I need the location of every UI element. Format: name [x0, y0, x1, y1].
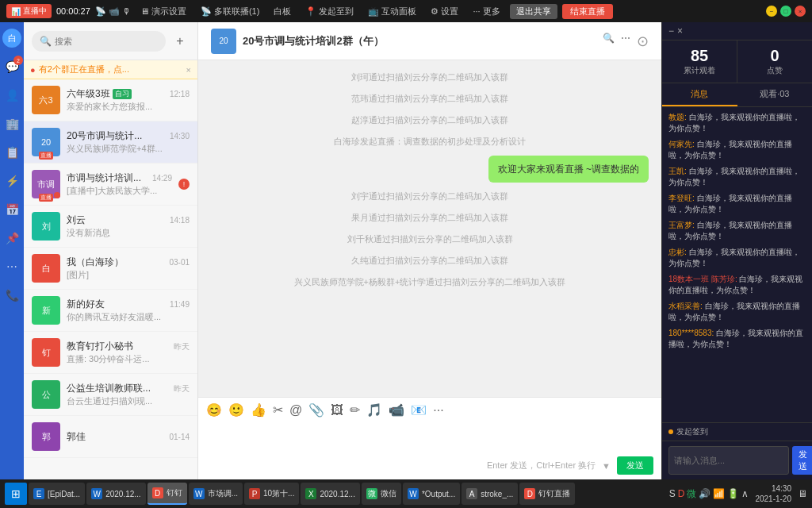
chat-item-1[interactable]: 20 直播 20号市调与统计... 14:30 兴义民族师范学院+4群... — [24, 121, 197, 164]
sidebar-icon-profile[interactable]: 白 — [2, 29, 21, 48]
search-input[interactable] — [55, 37, 158, 46]
live-panel-close[interactable]: × — [677, 25, 683, 37]
music-btn[interactable]: 🎵 — [366, 402, 382, 418]
live-notice-text: 有2个群正在直播，点... — [39, 64, 129, 75]
more-chat-btn[interactable]: ⋯ — [621, 33, 630, 50]
taskbar-item-4[interactable]: P 10第十... — [244, 483, 299, 505]
system-msg-2: 赵淳通过扫描刘云分享的二维码加入该群 — [211, 113, 649, 128]
cut-btn[interactable]: ✂ — [273, 402, 283, 418]
chat-item-2[interactable]: 市调 直播 市调与统计培训... 14:29 [直播中]大族民族大学... ! — [24, 164, 197, 206]
whiteboard-btn[interactable]: 白板 — [269, 4, 296, 19]
file-btn[interactable]: 📎 — [308, 402, 324, 418]
start-button[interactable]: ⊞ — [5, 483, 27, 505]
taskbar-item-6[interactable]: 微 微信 — [362, 483, 401, 505]
screen-settings-btn[interactable]: 🖥演示设置 — [136, 4, 191, 19]
taskbar-icon-9: D — [524, 488, 535, 499]
tray-icon-sound[interactable]: 🔊 — [699, 488, 710, 499]
timer-display: 00:00:27 — [56, 6, 90, 16]
more-btn[interactable]: ···更多 — [468, 4, 504, 19]
main-layout: 白 💬 2 👤 🏢 📋 ⚡ 📅 📌 ⋯ 📞 🔍 + ● 有2个群正在直播，点..… — [0, 22, 812, 479]
chat-preview-3: 没有新消息 — [67, 227, 190, 239]
publish-btn[interactable]: 📍发起至到 — [301, 4, 358, 19]
chat-name-3: 刘云 — [67, 214, 86, 227]
send-message-btn[interactable]: 发送 — [617, 456, 653, 475]
chat-item-0[interactable]: 六3 六年级3班 自习 12:18 亲爱的家长方您孩报... — [24, 79, 197, 121]
settings-btn[interactable]: ⚙设置 — [426, 4, 463, 19]
chat-item-3[interactable]: 刘 刘云 14:18 没有新消息 — [24, 206, 197, 248]
taskbar-item-0[interactable]: E [EpiDat... — [29, 483, 85, 505]
tray-icon-network[interactable]: 📶 — [713, 488, 725, 499]
live-tab-viewers[interactable]: 观看·03 — [737, 83, 813, 106]
sidebar-icon-message[interactable]: 💬 2 — [2, 57, 21, 76]
avatar-0: 六3 — [32, 86, 60, 114]
sidebar-icon-calendar[interactable]: 📅 — [2, 200, 21, 219]
add-chat-btn[interactable]: + — [170, 32, 190, 51]
sidebar-icon-work[interactable]: 📋 — [2, 143, 21, 162]
close-btn[interactable]: × — [795, 6, 806, 17]
sidebar-icon-apps[interactable]: ⚡ — [2, 171, 21, 190]
mail-btn[interactable]: 📧 — [411, 402, 427, 418]
taskbar-label-2: 钉钉 — [167, 487, 182, 498]
search-icon: 🔍 — [40, 36, 52, 47]
show-desktop-btn[interactable]: 🖥 — [798, 488, 807, 499]
live-tab-messages[interactable]: 消息 — [662, 83, 737, 106]
minimize-btn[interactable]: − — [766, 6, 777, 17]
at-btn[interactable]: @ — [289, 403, 302, 418]
face-btn[interactable]: 🙂 — [228, 402, 244, 418]
chat-item-8[interactable]: 郭 郭佳 01-14 — [24, 416, 197, 458]
sidebar-icon-pin[interactable]: 📌 — [2, 229, 21, 248]
search-chat-btn[interactable]: 🔍 — [603, 33, 615, 50]
minimize-chat-btn[interactable]: ⊙ — [637, 33, 649, 50]
live-message-input[interactable] — [668, 446, 789, 475]
taskbar-item-1[interactable]: W 2020.12... — [86, 483, 145, 505]
taskbar-tray: S D 微 🔊 📶 🔋 ∧ 14:30 2021-1-20 🖥 — [669, 483, 807, 504]
system-msg-1: 范玮通过扫描刘云分享的二维码加入该群 — [211, 91, 649, 106]
tray-icon-chevron[interactable]: ∧ — [741, 488, 749, 499]
end-live-btn[interactable]: 结束直播 — [562, 4, 613, 19]
chat-item-6[interactable]: 钉 教育钉打小秘书 昨天 直播: 30分钟奋斗运... — [24, 332, 197, 374]
avatar-7: 公 — [32, 380, 60, 409]
chat-item-5[interactable]: 新 新的好友 11:49 你的腾讯互动好友温暖... — [24, 290, 197, 332]
tray-icon-wechat[interactable]: 微 — [687, 487, 696, 501]
live-online-label[interactable]: 发起签到 — [676, 426, 708, 437]
unread-badge-2: ! — [178, 179, 190, 190]
chat-item-4[interactable]: 白 我（白海珍） 03-01 [图片] — [24, 248, 197, 290]
search-box[interactable]: 🔍 — [32, 31, 166, 52]
live-notice-close-btn[interactable]: × — [186, 65, 191, 75]
chat-item-7[interactable]: 公 公益生培训教师联... 昨天 台云生通过扫描刘现... — [24, 374, 197, 416]
tray-icon-battery[interactable]: 🔋 — [727, 488, 739, 499]
system-msg-8: 兴义民族师范学院+杨毅群+统计学通过扫描刘云分享的二维码加入该群 — [211, 275, 649, 290]
taskbar-item-5[interactable]: X 2020.12... — [301, 483, 359, 505]
taskbar-item-2[interactable]: D 钉钉 — [147, 483, 187, 505]
maximize-btn[interactable]: □ — [780, 6, 791, 17]
live-send-btn[interactable]: 发送 — [792, 446, 812, 475]
video-call-btn[interactable]: 📹 — [389, 402, 404, 418]
live-panel: − × 85 累计观着 0 点赞 消息 观看·03 教题: 白海珍，我来观视你的… — [661, 22, 812, 479]
tray-icon-dingding[interactable]: D — [678, 488, 685, 499]
interactive-btn[interactable]: 📺互动面板 — [363, 4, 421, 19]
taskbar-item-7[interactable]: W *Output... — [403, 483, 460, 505]
taskbar-label-8: stroke_... — [481, 490, 513, 498]
sidebar-icon-phone[interactable]: 📞 — [2, 286, 21, 305]
message-input[interactable] — [206, 422, 653, 451]
send-options-btn[interactable]: ▼ — [602, 461, 611, 471]
taskbar-item-3[interactable]: W 市场调... — [189, 483, 243, 505]
tray-icon-s[interactable]: S — [669, 488, 676, 499]
sidebar-icon-contacts[interactable]: 👤 — [2, 86, 21, 105]
exit-share-btn[interactable]: 退出共享 — [510, 4, 557, 19]
taskbar-icon-2: D — [152, 487, 163, 498]
like-btn[interactable]: 👍 — [251, 402, 266, 418]
multi-broadcast-btn[interactable]: 📡多联联播(1) — [196, 4, 264, 19]
sidebar-icon-org[interactable]: 🏢 — [2, 114, 21, 133]
taskbar-label-4: 10第十... — [263, 488, 294, 499]
online-dot — [668, 429, 673, 434]
image-btn[interactable]: 🖼 — [331, 403, 343, 418]
chat-main-actions: 🔍 ⋯ ⊙ — [603, 33, 649, 50]
sidebar-icon-more2[interactable]: ⋯ — [2, 257, 21, 276]
taskbar-item-9[interactable]: D 钉钉直播 — [519, 483, 575, 505]
emoji-btn[interactable]: 😊 — [206, 402, 222, 418]
more-input-btn[interactable]: ··· — [433, 403, 443, 418]
live-panel-minimize[interactable]: − — [668, 25, 674, 37]
edit-btn[interactable]: ✏ — [350, 402, 360, 418]
taskbar-item-8[interactable]: A stroke_... — [462, 483, 518, 505]
